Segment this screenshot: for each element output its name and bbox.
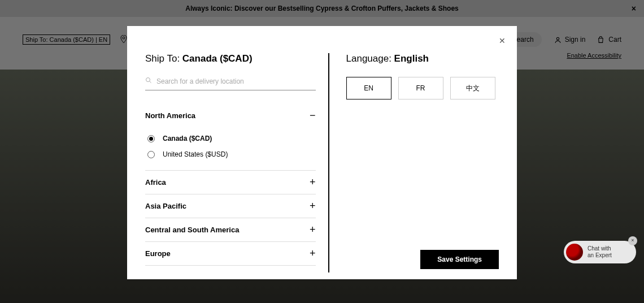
region-north-america-countries: Canada ($CAD) United States ($USD) [145, 127, 316, 171]
region-middle-east[interactable]: Middle East + [145, 266, 316, 272]
shipto-heading: Ship To: Canada ($CAD) [145, 53, 316, 64]
expand-icon: + [310, 248, 316, 259]
expand-icon: + [310, 176, 316, 188]
location-search[interactable] [145, 77, 316, 90]
region-europe[interactable]: Europe + [145, 242, 316, 266]
save-settings-button[interactable]: Save Settings [420, 250, 499, 269]
chat-line1: Chat with [588, 245, 612, 253]
chat-line2: an Expert [588, 252, 612, 259]
expand-icon: + [310, 224, 316, 236]
svg-line-2 [150, 81, 151, 83]
collapse-icon: − [310, 110, 316, 122]
region-list: North America − Canada ($CAD) United Sta… [145, 104, 316, 272]
radio-unchecked-icon [147, 151, 155, 158]
chat-widget[interactable]: Chat with an Expert × [564, 241, 636, 263]
radio-checked-icon [147, 135, 155, 142]
shipto-column: Ship To: Canada ($CAD) North America − C… [145, 53, 329, 272]
chat-close-icon[interactable]: × [628, 236, 637, 245]
region-north-america[interactable]: North America − [145, 104, 316, 127]
language-column: Language: English EN FR 中文 Save Settings [329, 53, 499, 272]
country-canada[interactable]: Canada ($CAD) [145, 131, 316, 146]
location-search-input[interactable] [156, 77, 316, 85]
region-asia-pacific[interactable]: Asia Pacific + [145, 194, 316, 218]
region-africa[interactable]: Africa + [145, 171, 316, 194]
expand-icon: + [310, 200, 316, 212]
chat-avatar-icon [566, 244, 583, 261]
language-heading: Language: English [346, 53, 499, 64]
language-en[interactable]: EN [346, 77, 391, 99]
language-zh[interactable]: 中文 [450, 77, 495, 99]
language-options: EN FR 中文 [346, 77, 499, 99]
locale-modal: ✕ Ship To: Canada ($CAD) North America −… [127, 26, 517, 279]
expand-icon: + [310, 271, 316, 272]
close-icon[interactable]: ✕ [499, 36, 506, 45]
language-fr[interactable]: FR [398, 77, 443, 99]
search-icon [145, 77, 152, 85]
region-central-south-america[interactable]: Central and South America + [145, 218, 316, 242]
svg-point-1 [146, 78, 150, 82]
country-united-states[interactable]: United States ($USD) [145, 146, 316, 162]
